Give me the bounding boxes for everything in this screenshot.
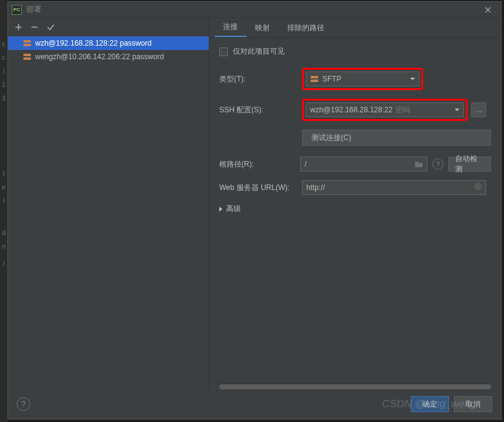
server-icon [310, 75, 319, 83]
chevron-right-icon [219, 207, 222, 212]
editor-gutter: cci13 teI dn/ [0, 0, 7, 422]
root-path-label: 根路径(R): [219, 159, 300, 170]
tab-mapping[interactable]: 映射 [246, 19, 279, 37]
add-button[interactable] [12, 20, 25, 34]
advanced-label: 高级 [226, 204, 241, 214]
server-item[interactable]: wzh@192.168.28.128:22 password [8, 36, 209, 50]
server-label: wzh@192.168.28.128:22 password [35, 39, 151, 48]
ssh-config-dropdown[interactable]: wzh@192.168.28.128:22 密码 [306, 102, 464, 117]
root-path-value: / [304, 160, 306, 168]
url-value: http:// [306, 183, 325, 192]
svg-rect-1 [23, 44, 31, 46]
auto-detect-button[interactable]: 自动检测 [448, 157, 491, 172]
dialog-title: 部署 [27, 4, 41, 15]
root-path-input[interactable]: / [300, 157, 427, 172]
folder-icon[interactable] [414, 160, 423, 168]
scrollbar-thumb[interactable] [219, 384, 491, 389]
settings-pane: 连接 映射 排除的路径 仅对此项目可见 类型(T): [209, 18, 501, 389]
dialog-footer: ? 确定 取消 [8, 389, 501, 419]
server-list-pane: wzh@192.168.28.128:22 password wengzh@10… [8, 18, 209, 389]
type-dropdown[interactable]: SFTP [306, 72, 419, 86]
ssh-label: SSH 配置(S): [219, 105, 302, 115]
ok-button[interactable]: 确定 [411, 396, 449, 412]
type-label: 类型(T): [219, 74, 302, 85]
footer-help-button[interactable]: ? [17, 397, 30, 411]
svg-rect-4 [311, 76, 318, 78]
server-label: wengzh@10.206.142.206:22 password [35, 52, 164, 61]
type-highlight: SFTP [302, 68, 423, 90]
tabs: 连接 映射 排除的路径 [209, 18, 501, 38]
ssh-browse-button[interactable]: ... [471, 102, 486, 117]
titlebar: PC 部署 [8, 2, 501, 18]
help-icon[interactable]: ? [432, 159, 443, 170]
deployment-dialog: PC 部署 [7, 1, 502, 420]
connection-form: 仅对此项目可见 类型(T): SFTP [209, 38, 501, 383]
server-toolbar [8, 18, 209, 36]
test-connection-button[interactable]: 测试连接(C) [302, 130, 491, 146]
web-url-input[interactable]: http:// [302, 180, 486, 195]
visible-only-label: 仅对此项目可见 [233, 46, 285, 57]
svg-rect-2 [23, 54, 31, 56]
url-label: Web 服务器 URL(W): [219, 183, 302, 193]
server-item[interactable]: wengzh@10.206.142.206:22 password [8, 50, 209, 64]
server-list: wzh@192.168.28.128:22 password wengzh@10… [8, 36, 209, 389]
cancel-button[interactable]: 取消 [454, 396, 492, 412]
type-value: SFTP [322, 75, 342, 83]
tab-connection[interactable]: 连接 [214, 18, 246, 37]
ssh-value: wzh@192.168.28.128:22 [310, 106, 393, 114]
chevron-down-icon [455, 109, 460, 111]
svg-rect-5 [311, 80, 318, 82]
chevron-down-icon [410, 78, 415, 80]
remove-button[interactable] [28, 20, 41, 34]
ssh-highlight: wzh@192.168.28.128:22 密码 [302, 99, 468, 121]
advanced-section[interactable]: 高级 [219, 204, 491, 214]
horizontal-scrollbar[interactable] [219, 383, 491, 389]
server-icon [23, 39, 32, 47]
apply-button[interactable] [44, 20, 57, 34]
server-icon [23, 53, 32, 60]
visible-only-checkbox[interactable] [219, 48, 228, 56]
svg-rect-3 [23, 57, 31, 60]
ssh-suffix: 密码 [395, 105, 410, 115]
app-icon: PC [12, 5, 22, 15]
close-button[interactable] [479, 3, 497, 17]
globe-icon[interactable] [474, 183, 482, 192]
tab-excluded[interactable]: 排除的路径 [279, 19, 333, 37]
svg-rect-0 [23, 40, 31, 43]
